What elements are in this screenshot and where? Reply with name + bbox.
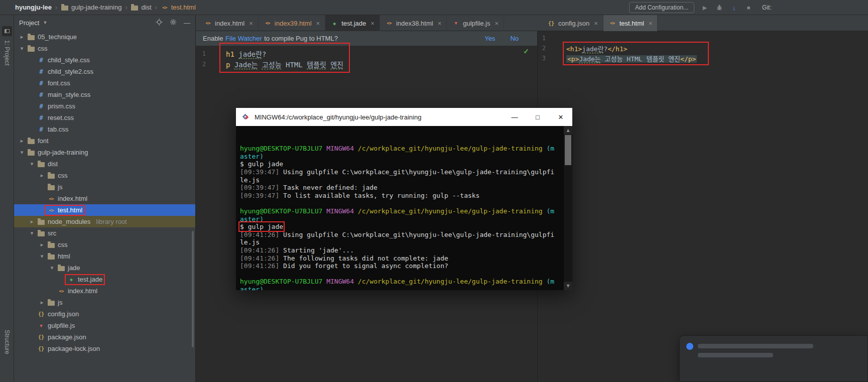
- tree-item[interactable]: <>index.html: [14, 193, 195, 204]
- breadcrumb-item[interactable]: <>test.html: [161, 4, 196, 12]
- code-line[interactable]: <h1>jade란?</h1>: [566, 44, 628, 53]
- chevron-right-icon[interactable]: ▸: [18, 138, 26, 144]
- debug-icon[interactable]: [715, 4, 723, 11]
- tree-item[interactable]: ▾html: [14, 250, 195, 262]
- chevron-down-icon[interactable]: ▼: [43, 20, 47, 25]
- tree-item[interactable]: <>index.html: [14, 285, 195, 297]
- close-tab-icon[interactable]: ×: [370, 20, 375, 27]
- tree-scrollbar[interactable]: [192, 231, 194, 347]
- tab-test.html[interactable]: <>test.html×: [603, 15, 658, 31]
- tree-item[interactable]: #prism.css: [14, 100, 195, 112]
- git-branch-widget[interactable]: Git:: [762, 4, 772, 11]
- tree-item[interactable]: ▸css: [14, 170, 195, 181]
- tree-item[interactable]: #main_style.css: [14, 89, 195, 100]
- chevron-right-icon[interactable]: ▸: [38, 172, 46, 179]
- yes-link[interactable]: Yes: [484, 35, 495, 42]
- breadcrumb-item[interactable]: dist: [131, 4, 151, 11]
- tree-item[interactable]: #child_style.css: [14, 54, 195, 66]
- tree-item[interactable]: {}config.json: [14, 308, 195, 320]
- tree-item[interactable]: ▸05_technique: [14, 31, 195, 43]
- close-tab-icon[interactable]: ×: [594, 20, 598, 27]
- tree-item[interactable]: #reset.css: [14, 112, 195, 123]
- minimize-button[interactable]: —: [503, 108, 526, 126]
- tree-item[interactable]: ▸js: [14, 297, 195, 308]
- tree-item[interactable]: ▸node_moduleslibrary root: [14, 216, 195, 227]
- tree-item[interactable]: ▾dist: [14, 158, 195, 170]
- chevron-down-icon[interactable]: ▾: [28, 161, 36, 167]
- tree-item[interactable]: #child_style2.css: [14, 66, 195, 77]
- chevron-right-icon[interactable]: ▸: [28, 218, 36, 225]
- close-tab-icon[interactable]: ×: [494, 20, 499, 27]
- no-link[interactable]: No: [510, 35, 519, 42]
- tree-item[interactable]: {}package-lock.json: [14, 343, 195, 354]
- tab-test.jade[interactable]: ◆test.jade×: [325, 15, 380, 31]
- tree-item[interactable]: ▼gulpfile.js: [14, 320, 195, 331]
- add-configuration-button[interactable]: Add Configuration...: [629, 2, 694, 13]
- breadcrumb-item[interactable]: hyungju-lee: [15, 4, 52, 11]
- tree-item[interactable]: ▾jade: [14, 262, 195, 274]
- terminal-scrollbar[interactable]: ▲ ▼: [564, 126, 572, 290]
- close-tab-icon[interactable]: ×: [316, 20, 320, 27]
- close-tab-icon[interactable]: ×: [438, 20, 442, 27]
- chevron-down-icon[interactable]: ▾: [38, 253, 46, 260]
- maximize-button[interactable]: □: [526, 108, 549, 126]
- tree-item[interactable]: <>test.html: [14, 204, 195, 216]
- tree-item-label: js: [58, 183, 62, 191]
- run-icon[interactable]: ▶: [701, 5, 709, 11]
- file-watcher-link[interactable]: File Watcher: [225, 35, 262, 42]
- folder-icon: [48, 254, 55, 260]
- project-stripe-label[interactable]: 1: Project: [4, 40, 11, 66]
- scroll-down-icon[interactable]: ▼: [564, 282, 572, 290]
- tree-item[interactable]: #tab.css: [14, 123, 195, 135]
- tab-gulpfile.js[interactable]: ▼gulpfile.js×: [447, 15, 504, 31]
- line-number: 1: [196, 50, 206, 57]
- tree-item[interactable]: #font.css: [14, 77, 195, 89]
- editor-right-html[interactable]: 12<h1>jade란?</h1>3<p>Jade는 고성능 HTML 템플릿 …: [538, 31, 868, 382]
- notification-popup[interactable]: [679, 335, 868, 382]
- tree-item[interactable]: ▾src: [14, 227, 195, 239]
- hide-panel-icon[interactable]: —: [184, 19, 190, 27]
- folder-icon: [28, 151, 35, 156]
- tree-item[interactable]: ▾gulp-jade-training: [14, 147, 195, 158]
- chevron-down-icon[interactable]: ▾: [18, 45, 26, 52]
- chevron-down-icon[interactable]: ▾: [28, 230, 36, 236]
- chevron-right-icon[interactable]: ▸: [38, 299, 46, 306]
- code-line[interactable]: <p>Jade는 고성능 HTML 템플릿 엔진</p>: [566, 54, 697, 63]
- structure-stripe-label[interactable]: Structure: [4, 330, 11, 354]
- terminal-title-bar[interactable]: MINGW64:/c/workplace_git/hyungju-lee/gul…: [236, 108, 572, 126]
- terminal-body[interactable]: hyung@DESKTOP-U7BJLU7 MINGW64 /c/workpla…: [236, 126, 572, 290]
- chevron-down-icon[interactable]: ▾: [18, 149, 26, 156]
- inspections-ok-icon[interactable]: ✓: [523, 47, 529, 55]
- code-line[interactable]: h1 jade란?: [226, 49, 266, 59]
- locate-file-icon[interactable]: [156, 19, 163, 27]
- chevron-down-icon[interactable]: ▾: [48, 265, 56, 271]
- tab-config.json[interactable]: {}config.json×: [542, 15, 603, 31]
- breadcrumb-item[interactable]: gulp-jade-training: [61, 4, 121, 11]
- tree-item[interactable]: js: [14, 181, 195, 193]
- terminal-window: MINGW64:/c/workplace_git/hyungju-lee/gul…: [236, 108, 572, 290]
- tree-item[interactable]: ▸css: [14, 239, 195, 250]
- close-tab-icon[interactable]: ×: [249, 20, 253, 27]
- stop-icon[interactable]: ■: [745, 5, 753, 11]
- close-tab-icon[interactable]: ×: [649, 20, 653, 27]
- popup-text-placeholder: [698, 353, 773, 357]
- scrollbar-thumb[interactable]: [565, 135, 571, 165]
- tree-item[interactable]: {}package.json: [14, 331, 195, 343]
- gear-icon[interactable]: [170, 19, 177, 27]
- chevron-right-icon[interactable]: ▸: [18, 34, 26, 40]
- tree-item[interactable]: ▾css: [14, 43, 195, 54]
- close-button[interactable]: ✕: [549, 108, 572, 126]
- tab-index38.html[interactable]: <>index38.html×: [380, 15, 447, 31]
- scroll-up-icon[interactable]: ▲: [564, 126, 572, 135]
- code-line[interactable]: p Jade는 고성능 HTML 템플릿 엔진: [226, 59, 343, 69]
- project-panel-title[interactable]: Project: [19, 19, 39, 27]
- update-project-icon[interactable]: ↓: [730, 4, 738, 12]
- tree-item[interactable]: ◆test.jade: [14, 274, 195, 285]
- project-tool-window-button[interactable]: [2, 26, 12, 36]
- chevron-right-icon[interactable]: ▸: [38, 241, 46, 248]
- tree-item-label: css: [58, 172, 68, 179]
- tree-item[interactable]: ▸font: [14, 135, 195, 147]
- tab-index.html[interactable]: <>index.html×: [199, 15, 259, 31]
- breadcrumb-separator: ›: [155, 4, 157, 11]
- tab-index39.html[interactable]: <>index39.html×: [259, 15, 325, 31]
